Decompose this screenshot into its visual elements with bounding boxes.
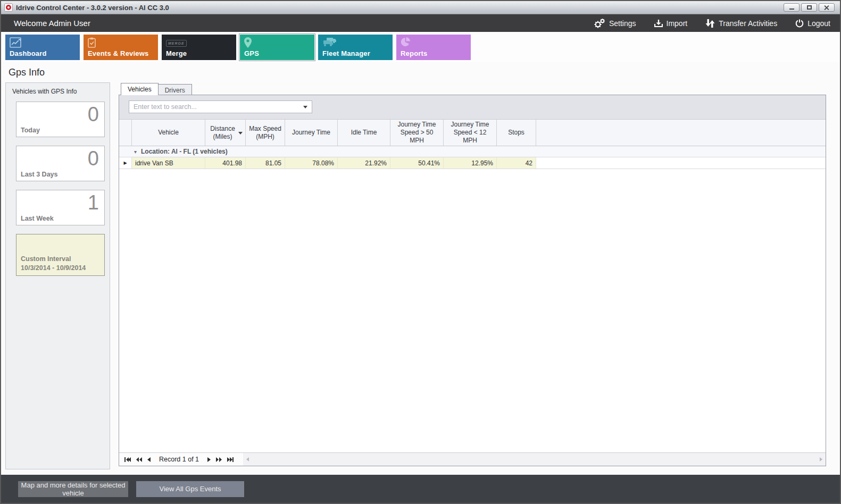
- welcome-text: Welcome Admin User: [14, 19, 90, 28]
- interval-card-last-3-days[interactable]: 0Last 3 Days: [16, 146, 105, 181]
- card-label: Last 3 Days: [21, 171, 57, 178]
- interval-card-custom-interval[interactable]: Custom Interval10/3/2014 - 10/9/2014: [16, 234, 105, 276]
- interval-card-today[interactable]: 0Today: [16, 102, 105, 137]
- cell-value[interactable]: 50.41%: [390, 157, 444, 169]
- merge-chip-icon: MERGE: [166, 37, 187, 47]
- scroll-left-icon[interactable]: [246, 457, 249, 461]
- interval-card-last-week[interactable]: 1Last Week: [16, 190, 105, 225]
- trucks-icon: [322, 37, 336, 49]
- cell-vehicle-name[interactable]: idrive Van SB: [132, 157, 205, 169]
- tile-label: Fleet Manager: [322, 49, 370, 57]
- column-header-label: Journey Time Speed < 12 MPH: [446, 121, 494, 145]
- window-title: Idrive Control Center - 3.0.2 version - …: [16, 4, 169, 12]
- search-combobox[interactable]: [129, 100, 312, 113]
- column-header-journey-time[interactable]: Journey Time: [285, 120, 338, 146]
- import-button[interactable]: Import: [654, 19, 688, 28]
- tile-dashboard[interactable]: Dashboard: [5, 35, 80, 60]
- page-title: Gps Info: [1, 62, 840, 82]
- row-filler: [536, 157, 826, 169]
- scroll-right-icon[interactable]: [820, 457, 822, 461]
- search-input[interactable]: [134, 103, 303, 111]
- tile-merge[interactable]: MERGEMerge: [162, 35, 236, 60]
- transfer-activities-button[interactable]: Transfer Activities: [705, 19, 777, 28]
- column-header-journey-time-speed-12-mph[interactable]: Journey Time Speed < 12 MPH: [444, 120, 497, 146]
- cell-value[interactable]: 81.05: [246, 157, 285, 169]
- app-logo-icon: [4, 3, 13, 12]
- transfer-arrows-icon: [705, 19, 715, 28]
- tab-drivers[interactable]: Drivers: [159, 84, 192, 95]
- close-button[interactable]: [819, 3, 835, 12]
- card-value: 0: [88, 148, 99, 169]
- cell-value[interactable]: 21.92%: [338, 157, 390, 169]
- record-nav-buttons-right: [202, 457, 239, 462]
- last-record-icon[interactable]: [227, 457, 234, 462]
- next-record-icon[interactable]: [207, 457, 211, 462]
- column-header-max-speed-mph-[interactable]: Max Speed (MPH): [246, 120, 285, 146]
- tile-fleet-manager[interactable]: Fleet Manager: [318, 35, 393, 60]
- toolbar-action-label: Settings: [609, 19, 636, 28]
- row-indicator-header: [119, 120, 132, 146]
- first-record-icon[interactable]: [124, 457, 131, 462]
- view-all-gps-events-button[interactable]: View All Gps Events: [136, 481, 244, 497]
- maximize-button[interactable]: [801, 3, 817, 12]
- content: Vehicles with GPS Info 0Today0Last 3 Day…: [1, 82, 840, 475]
- column-header-label: Vehicle: [158, 129, 179, 137]
- record-navigator: Record 1 of 1: [119, 452, 826, 466]
- card-label: Today: [21, 127, 40, 134]
- column-header-journey-time-speed-50-mph[interactable]: Journey Time Speed > 50 MPH: [390, 120, 444, 146]
- cell-value[interactable]: 12.95%: [444, 157, 497, 169]
- tile-label: Dashboard: [10, 49, 47, 57]
- grid-header: VehicleDistance (Miles)Max Speed (MPH)Jo…: [119, 120, 826, 146]
- import-arrow-icon: [654, 19, 663, 28]
- gears-icon: [594, 19, 605, 28]
- gps-summary-sidebar: Vehicles with GPS Info 0Today0Last 3 Day…: [5, 82, 110, 469]
- pie-chart-icon: [401, 37, 411, 49]
- window-controls: [784, 3, 837, 12]
- logout-button[interactable]: Logout: [795, 19, 830, 28]
- maximize-icon: [807, 5, 812, 10]
- collapse-caret-icon[interactable]: ▾: [134, 149, 137, 155]
- interval-cards: 0Today0Last 3 Days1Last WeekCustom Inter…: [6, 102, 110, 284]
- prev-page-icon[interactable]: [136, 457, 142, 462]
- column-header-distance-miles-[interactable]: Distance (Miles): [205, 120, 246, 146]
- chevron-down-icon[interactable]: [303, 106, 307, 108]
- power-icon: [795, 19, 804, 28]
- cell-value[interactable]: 78.08%: [285, 157, 338, 169]
- column-header-label: Journey Time: [292, 129, 330, 137]
- horizontal-scrollbar[interactable]: [243, 453, 826, 466]
- search-strip: [119, 95, 826, 120]
- tab-vehicles[interactable]: Vehicles: [121, 83, 159, 95]
- cell-value[interactable]: 401.98: [205, 157, 246, 169]
- card-label: Custom Interval10/3/2014 - 10/9/2014: [21, 255, 86, 273]
- column-header-label: Journey Time Speed > 50 MPH: [393, 121, 441, 145]
- settings-button[interactable]: Settings: [594, 19, 636, 28]
- tile-reports[interactable]: Reports: [396, 35, 471, 60]
- window-titlebar: Idrive Control Center - 3.0.2 version - …: [1, 1, 840, 14]
- group-row-location[interactable]: ▾ Location: Al - FL (1 vehicles): [119, 146, 826, 157]
- tile-events-reviews[interactable]: Events & Reviews: [84, 35, 158, 60]
- minimize-button[interactable]: [784, 3, 800, 12]
- column-menu-icon[interactable]: [238, 132, 243, 135]
- tile-gps[interactable]: GPS: [240, 35, 314, 60]
- toolbar-actions: SettingsImportTransfer ActivitiesLogout: [594, 19, 830, 28]
- table-row[interactable]: ▶idrive Van SB401.9881.0578.08%21.92%50.…: [119, 157, 826, 169]
- card-sublabel: 10/3/2014 - 10/9/2014: [21, 264, 86, 273]
- map-details-button[interactable]: Map and more details for selected vehicl…: [18, 481, 128, 497]
- top-toolbar: Welcome Admin User SettingsImportTransfe…: [1, 14, 840, 32]
- tile-label: Merge: [166, 49, 187, 57]
- toolbar-action-label: Import: [667, 19, 688, 28]
- column-header-vehicle[interactable]: Vehicle: [132, 120, 205, 146]
- card-value: 0: [88, 104, 99, 124]
- column-header-idle-time[interactable]: Idle Time: [338, 120, 390, 146]
- line-chart-icon: [10, 37, 21, 50]
- toolbar-action-label: Transfer Activities: [719, 19, 777, 28]
- prev-record-icon[interactable]: [147, 457, 151, 462]
- card-value: 1: [88, 192, 99, 213]
- grid-empty-area: [119, 169, 826, 452]
- column-header-label: Idle Time: [351, 129, 377, 137]
- cell-value[interactable]: 42: [497, 157, 536, 169]
- column-header-stops[interactable]: Stops: [497, 120, 536, 146]
- column-header-label: Max Speed (MPH): [248, 125, 282, 141]
- main-area: VehiclesDrivers VehicleDistance (Miles)M…: [119, 82, 826, 475]
- next-page-icon[interactable]: [216, 457, 222, 462]
